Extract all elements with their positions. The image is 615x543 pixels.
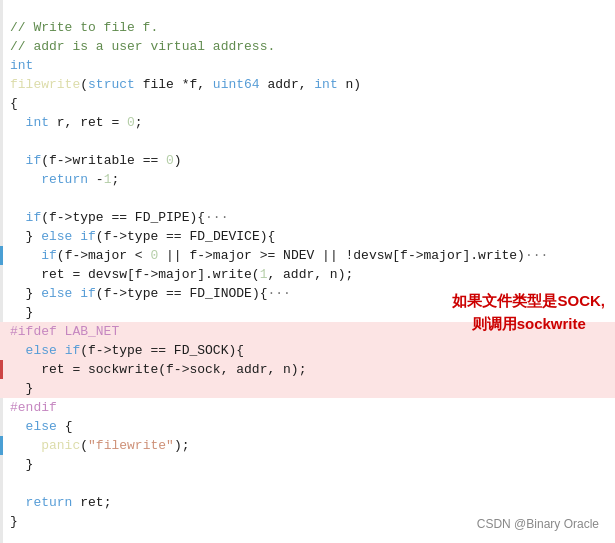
- code-line: if(f->major < 0 || f->major >= NDEV || !…: [0, 246, 615, 265]
- code-text: ret = sockwrite(f->sock, addr, n);: [10, 360, 306, 379]
- code-line: int r, ret = 0;: [0, 113, 615, 132]
- code-text: else: [26, 341, 57, 360]
- code-text: );: [174, 436, 190, 455]
- code-text: }: [10, 455, 33, 474]
- code-line: return -1;: [0, 170, 615, 189]
- code-text: ···: [268, 284, 291, 303]
- code-text: 0: [166, 151, 174, 170]
- code-text: ···: [205, 208, 228, 227]
- code-text: if: [26, 151, 42, 170]
- code-line: [0, 474, 615, 493]
- code-text: [10, 417, 26, 436]
- code-text: [10, 208, 26, 227]
- code-block: // Write to file f. // addr is a user vi…: [0, 10, 615, 539]
- code-text: if: [65, 341, 81, 360]
- code-text: || f->major >= NDEV || !devsw[f->major].…: [158, 246, 525, 265]
- code-text: filewrite: [10, 75, 80, 94]
- code-line-highlight: }: [0, 379, 615, 398]
- code-text: else: [41, 284, 72, 303]
- code-text: 0: [127, 113, 135, 132]
- code-text: addr,: [260, 75, 315, 94]
- code-text: ret;: [72, 493, 111, 512]
- code-line: else {: [0, 417, 615, 436]
- code-line: }: [0, 455, 615, 474]
- code-line: [0, 132, 615, 151]
- code-text: -: [88, 170, 104, 189]
- code-text: else: [41, 227, 72, 246]
- code-text: }: [10, 512, 18, 531]
- code-text: struct: [88, 75, 135, 94]
- code-line: if(f->type == FD_PIPE){···: [0, 208, 615, 227]
- code-text: 1: [104, 170, 112, 189]
- code-text: (: [80, 75, 88, 94]
- code-text: (f->type == FD_PIPE){: [41, 208, 205, 227]
- code-text: panic: [41, 436, 80, 455]
- code-text: (f->type == FD_INODE){: [96, 284, 268, 303]
- code-text: [10, 341, 26, 360]
- code-text: [10, 151, 26, 170]
- code-text: r, ret =: [49, 113, 127, 132]
- code-line: {: [0, 94, 615, 113]
- code-text: ;: [135, 113, 143, 132]
- code-line: [0, 189, 615, 208]
- code-text: if: [26, 208, 42, 227]
- code-text: "filewrite": [88, 436, 174, 455]
- annotation-box: 如果文件类型是SOCK, 则调用sockwrite: [452, 290, 605, 335]
- code-line: ret = devsw[f->major].write(1, addr, n);: [0, 265, 615, 284]
- code-text: ): [174, 151, 182, 170]
- code-line: int: [0, 56, 615, 75]
- code-text: [72, 227, 80, 246]
- code-container: // Write to file f. // addr is a user vi…: [0, 0, 615, 543]
- code-text: (f->writable ==: [41, 151, 166, 170]
- code-text: int: [10, 56, 33, 75]
- code-text: (: [80, 436, 88, 455]
- code-text: {: [57, 417, 73, 436]
- code-text: 1: [260, 265, 268, 284]
- code-line-endif: #endif: [0, 398, 615, 417]
- code-text: 0: [150, 246, 158, 265]
- code-text: [10, 493, 26, 512]
- code-line: return ret;: [0, 493, 615, 512]
- code-text: [72, 284, 80, 303]
- code-text: return: [26, 493, 73, 512]
- code-text: #endif: [10, 398, 57, 417]
- code-text: }: [10, 227, 41, 246]
- code-line: panic("filewrite");: [0, 436, 615, 455]
- code-text: }: [10, 303, 33, 322]
- code-text: return: [41, 170, 88, 189]
- code-line: // Write to file f.: [0, 18, 615, 37]
- code-text: , addr, n);: [267, 265, 353, 284]
- code-text: else: [26, 417, 57, 436]
- annotation-line1: 如果文件类型是SOCK,: [452, 290, 605, 313]
- code-line: filewrite(struct file *f, uint64 addr, i…: [0, 75, 615, 94]
- code-line-highlight: ret = sockwrite(f->sock, addr, n);: [0, 360, 615, 379]
- code-text: ;: [111, 170, 119, 189]
- code-text: int: [26, 113, 49, 132]
- code-text: int: [314, 75, 337, 94]
- watermark: CSDN @Binary Oracle: [477, 517, 599, 531]
- code-text: uint64: [213, 75, 260, 94]
- code-text: [10, 170, 41, 189]
- code-text: }: [10, 379, 33, 398]
- code-text: if: [80, 284, 96, 303]
- code-text: // addr is a user virtual address.: [10, 37, 275, 56]
- code-text: if: [80, 227, 96, 246]
- code-text: (f->type == FD_SOCK){: [80, 341, 244, 360]
- annotation-line2: 则调用sockwrite: [472, 313, 586, 336]
- code-text: }: [10, 284, 41, 303]
- code-text: (f->type == FD_DEVICE){: [96, 227, 275, 246]
- code-text: [10, 436, 41, 455]
- code-text: // Write to file f.: [10, 18, 158, 37]
- code-text: (f->major <: [57, 246, 151, 265]
- code-text: {: [10, 94, 18, 113]
- code-line: // addr is a user virtual address.: [0, 37, 615, 56]
- code-text: if: [41, 246, 57, 265]
- code-text: [10, 246, 41, 265]
- code-text: ···: [525, 246, 548, 265]
- code-text: file *f,: [135, 75, 213, 94]
- code-line-highlight: else if(f->type == FD_SOCK){: [0, 341, 615, 360]
- code-text: [57, 341, 65, 360]
- code-text: [10, 113, 26, 132]
- code-text: ret = devsw[f->major].write(: [10, 265, 260, 284]
- code-line: } else if(f->type == FD_DEVICE){: [0, 227, 615, 246]
